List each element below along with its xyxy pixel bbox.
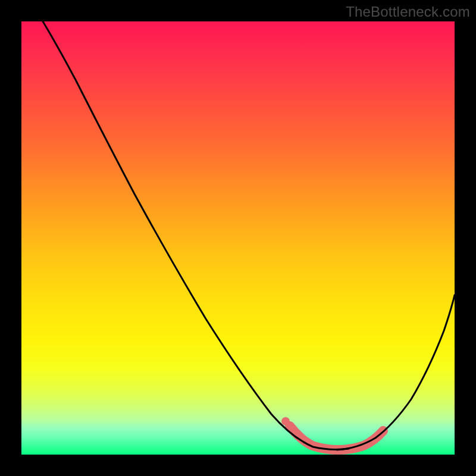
curve-layer: [21, 21, 455, 455]
curve-left-branch: [43, 21, 349, 449]
chart-frame: TheBottleneck.com: [0, 0, 476, 476]
plot-area: [21, 21, 455, 455]
highlight-segment: [290, 426, 383, 450]
watermark-text: TheBottleneck.com: [346, 4, 470, 20]
highlight-dot: [281, 417, 290, 425]
curve-right-branch: [337, 295, 455, 450]
